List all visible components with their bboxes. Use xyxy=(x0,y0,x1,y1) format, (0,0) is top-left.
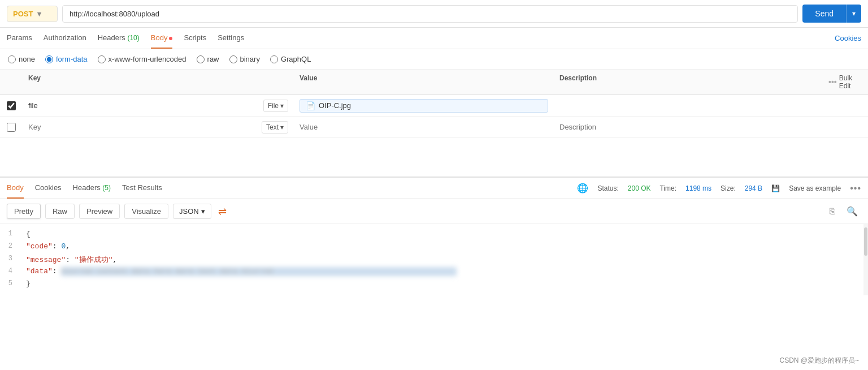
status-value: 200 OK xyxy=(628,184,651,192)
row2-checkbox-cell xyxy=(0,119,23,135)
radio-graphql[interactable]: GraphQL xyxy=(270,55,311,63)
th-bulk-edit: ••• Bulk Edit xyxy=(823,74,868,90)
radio-binary[interactable]: binary xyxy=(229,55,260,63)
save-icon: 💾 xyxy=(771,184,780,192)
bulk-edit-label[interactable]: Bulk Edit xyxy=(839,74,862,90)
tab-headers[interactable]: Headers (10) xyxy=(98,28,140,49)
table-row: file File ▾ 📄 OIP-C.jpg xyxy=(0,95,868,117)
table-header: Key Value Description ••• Bulk Edit xyxy=(0,70,868,95)
toolbar-right: ⎘ 🔍 xyxy=(826,204,861,218)
code-line-1: 1 { xyxy=(0,229,868,241)
code-line-5: 5 } xyxy=(0,278,868,291)
file-name: OIP-C.jpg xyxy=(319,101,351,110)
status-label: Status: xyxy=(597,184,618,192)
response-tab-headers[interactable]: Headers (5) xyxy=(73,178,111,199)
view-raw-button[interactable]: Raw xyxy=(45,204,75,219)
body-dot-indicator xyxy=(169,37,172,40)
send-button[interactable]: Send xyxy=(802,5,846,23)
watermark: CSDN @爱跑步的程序员~ xyxy=(779,356,859,365)
view-visualize-button[interactable]: Visualize xyxy=(124,204,168,219)
row1-value-cell: 📄 OIP-C.jpg xyxy=(294,96,554,116)
globe-icon: 🌐 xyxy=(577,183,588,193)
type-chevron-icon: ▾ xyxy=(280,123,284,131)
format-chevron-icon: ▾ xyxy=(201,207,205,216)
th-description: Description xyxy=(554,74,823,90)
row2-description-cell[interactable] xyxy=(554,119,868,135)
request-nav-tabs: Params Authorization Headers (10) Body S… xyxy=(0,28,868,49)
send-btn-group: Send ▾ xyxy=(802,5,861,23)
url-input[interactable] xyxy=(62,5,798,23)
radio-urlencoded[interactable]: x-www-form-urlencoded xyxy=(98,55,186,63)
vertical-scrollbar[interactable] xyxy=(863,224,868,295)
row1-key-cell: file File ▾ xyxy=(23,96,294,115)
code-line-4: 4 "data": blurred content data here more… xyxy=(0,266,868,278)
tab-settings[interactable]: Settings xyxy=(218,28,244,49)
th-key: Key xyxy=(23,74,294,90)
row1-type-select[interactable]: File ▾ xyxy=(263,100,288,112)
code-area: 1 { 2 "code": 0, 3 "message": "操作成功", 4 … xyxy=(0,224,868,295)
response-meta: 🌐 Status: 200 OK Time: 1198 ms Size: 294… xyxy=(577,183,861,193)
save-example-button[interactable]: Save as example xyxy=(789,184,841,192)
tab-body[interactable]: Body xyxy=(151,28,173,49)
row2-key-cell: Text ▾ xyxy=(23,118,294,137)
time-value: 1198 ms xyxy=(685,184,711,192)
bulk-edit-dots-icon: ••• xyxy=(828,78,837,87)
row2-checkbox[interactable] xyxy=(7,123,16,132)
response-tabs-bar: Body Cookies Headers (5) Test Results 🌐 … xyxy=(0,178,868,199)
cookies-link[interactable]: Cookies xyxy=(835,34,861,42)
tab-params[interactable]: Params xyxy=(7,28,32,49)
row1-checkbox[interactable] xyxy=(7,101,16,110)
row2-value-cell[interactable] xyxy=(294,119,554,135)
row1-key-value: file xyxy=(28,101,260,110)
response-tab-cookies[interactable]: Cookies xyxy=(35,178,62,199)
row1-description-cell[interactable] xyxy=(554,98,868,113)
table-row: Text ▾ xyxy=(0,117,868,138)
body-type-options: none form-data x-www-form-urlencoded raw… xyxy=(0,49,868,70)
row2-key-input[interactable] xyxy=(28,123,258,131)
method-label: POST xyxy=(13,10,33,18)
tab-authorization[interactable]: Authorization xyxy=(44,28,86,49)
row2-description-input[interactable] xyxy=(559,123,862,131)
tab-scripts[interactable]: Scripts xyxy=(184,28,206,49)
top-bar: POST ▾ Send ▾ xyxy=(0,0,868,28)
type-chevron-icon: ▾ xyxy=(280,102,284,110)
code-line-3: 3 "message": "操作成功", xyxy=(0,253,868,266)
response-toolbar: Pretty Raw Preview Visualize JSON ▾ ⇌ ⎘ … xyxy=(0,199,868,224)
radio-none[interactable]: none xyxy=(8,55,35,63)
send-dropdown-button[interactable]: ▾ xyxy=(846,5,861,23)
file-value-display: 📄 OIP-C.jpg xyxy=(300,99,548,113)
size-value: 294 B xyxy=(745,184,762,192)
file-icon: 📄 xyxy=(306,101,315,110)
time-label: Time: xyxy=(659,184,676,192)
row1-checkbox-cell xyxy=(0,98,23,114)
radio-raw[interactable]: raw xyxy=(197,55,219,63)
response-tab-body[interactable]: Body xyxy=(7,178,24,199)
code-line-2: 2 "code": 0, xyxy=(0,241,868,253)
method-select[interactable]: POST ▾ xyxy=(7,6,58,22)
scrollbar-thumb[interactable] xyxy=(864,227,867,256)
search-button[interactable]: 🔍 xyxy=(843,204,861,218)
view-preview-button[interactable]: Preview xyxy=(79,204,120,219)
row2-type-select[interactable]: Text ▾ xyxy=(262,121,288,134)
method-chevron-icon: ▾ xyxy=(37,10,41,18)
spacer xyxy=(0,138,868,172)
wrap-button[interactable]: ⇌ xyxy=(218,205,227,218)
row1-description-input[interactable] xyxy=(559,101,862,110)
radio-form-data[interactable]: form-data xyxy=(45,55,88,63)
response-tab-test-results[interactable]: Test Results xyxy=(122,178,162,199)
view-pretty-button[interactable]: Pretty xyxy=(7,204,41,219)
th-checkbox xyxy=(0,74,23,90)
copy-button[interactable]: ⎘ xyxy=(826,205,839,218)
size-label: Size: xyxy=(721,184,736,192)
more-options-icon[interactable]: ••• xyxy=(850,183,861,193)
th-value: Value xyxy=(294,74,554,90)
row2-value-input[interactable] xyxy=(300,123,548,131)
format-select[interactable]: JSON ▾ xyxy=(173,204,211,219)
response-section: Body Cookies Headers (5) Test Results 🌐 … xyxy=(0,177,868,295)
